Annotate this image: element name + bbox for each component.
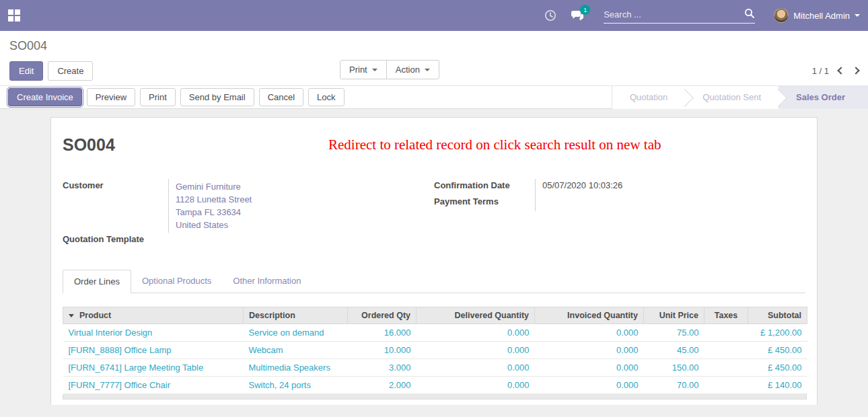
action-dropdown-label: Action [396,65,420,75]
cell-unit-price[interactable]: 75.00 [644,324,704,342]
pager-next-button[interactable] [852,67,859,74]
global-search [604,8,755,24]
send-by-email-button[interactable]: Send by Email [180,88,254,106]
cell-invoiced-qty[interactable]: 0.000 [535,359,644,377]
table-header-row: Product Description Ordered Qty Delivere… [63,307,807,324]
payment-terms-label: Payment Terms [434,195,535,211]
cell-delivered-qty[interactable]: 0.000 [417,359,535,377]
table-row[interactable]: [FURN_6741] Large Meeting Table Multimed… [63,359,807,377]
cell-taxes[interactable] [704,377,748,394]
top-navbar: 1 Mitchell Admin [0,0,868,31]
cell-ordered-qty[interactable]: 16.000 [348,324,417,342]
column-product[interactable]: Product [63,307,244,324]
notebook-tabs: Order Lines Optional Products Other Info… [63,269,805,293]
table-row[interactable]: [FURN_7777] Office Chair Switch, 24 port… [63,377,807,394]
state-sales-order[interactable]: Sales Order [779,86,868,109]
edit-button[interactable]: Edit [9,61,43,81]
create-button[interactable]: Create [48,61,93,81]
column-product-label: Product [79,311,111,320]
state-quotation[interactable]: Quotation [612,86,685,109]
cell-product[interactable]: [FURN_6741] Large Meeting Table [63,359,244,377]
customer-street[interactable]: 1128 Lunetta Street [176,193,434,206]
cell-delivered-qty[interactable]: 0.000 [417,324,535,342]
cell-taxes[interactable] [704,324,748,342]
tab-other-information[interactable]: Other Information [222,270,312,293]
state-quotation-sent[interactable]: Quotation Sent [685,86,779,109]
cell-description[interactable]: Switch, 24 ports [244,377,348,394]
cell-ordered-qty[interactable]: 10.000 [348,342,417,359]
payment-terms-value [535,195,805,211]
cell-subtotal[interactable]: £ 1,200.00 [748,324,807,342]
pager-value: 1 / 1 [812,66,829,76]
quotation-template-value [168,233,434,249]
cell-subtotal[interactable]: £ 450.00 [748,359,807,377]
confirmation-date-value: 05/07/2020 10:03:26 [535,179,805,195]
search-icon[interactable] [744,8,755,21]
cell-description[interactable]: Service on demand [244,324,348,342]
column-invoiced-quantity[interactable]: Invoiced Quantity [535,307,644,324]
cell-ordered-qty[interactable]: 2.000 [348,377,417,394]
print-button[interactable]: Print [140,88,176,106]
statusbar: Create Invoice Preview Print Send by Ema… [0,86,868,109]
cell-invoiced-qty[interactable]: 0.000 [535,342,644,359]
cell-invoiced-qty[interactable]: 0.000 [535,377,644,394]
cell-subtotal[interactable]: £ 450.00 [748,342,807,359]
table-row[interactable]: [FURN_8888] Office Lamp Webcam 10.000 0.… [63,342,807,359]
cell-product[interactable]: [FURN_8888] Office Lamp [63,342,244,359]
customer-label: Customer [63,179,168,233]
cell-product[interactable]: [FURN_7777] Office Chair [63,377,244,394]
column-description[interactable]: Description [244,307,348,324]
lock-button[interactable]: Lock [308,88,344,106]
cell-taxes[interactable] [704,359,748,377]
table-row[interactable]: Virtual Interior Design Service on deman… [63,324,807,342]
cell-delivered-qty[interactable]: 0.000 [417,342,535,359]
messages-icon[interactable]: 1 [570,8,585,23]
customer-city[interactable]: Tampa FL 33634 [176,206,434,219]
customer-name-link[interactable]: Gemini Furniture [176,180,434,193]
column-ordered-qty[interactable]: Ordered Qty [348,307,417,324]
chevron-down-icon [855,14,860,17]
user-menu[interactable]: Mitchell Admin [774,8,860,23]
control-panel: SO004 Edit Create Print Action 1 / 1 [0,31,868,86]
cancel-button[interactable]: Cancel [259,88,303,106]
order-lines-table: Product Description Ordered Qty Delivere… [63,307,807,394]
cell-unit-price[interactable]: 70.00 [644,377,704,394]
search-input[interactable] [604,9,744,20]
cell-delivered-qty[interactable]: 0.000 [417,377,535,394]
breadcrumb: SO004 [9,39,47,52]
chevron-down-icon [425,69,430,71]
tab-optional-products[interactable]: Optional Products [131,270,222,293]
chevron-down-icon [372,69,377,71]
confirmation-date-label: Confirmation Date [434,179,535,195]
column-taxes[interactable]: Taxes [704,307,748,324]
tab-order-lines[interactable]: Order Lines [63,270,131,293]
cell-taxes[interactable] [704,342,748,359]
cell-unit-price[interactable]: 45.00 [644,342,704,359]
cell-ordered-qty[interactable]: 3.000 [348,359,417,377]
cell-unit-price[interactable]: 150.00 [644,359,704,377]
cell-subtotal[interactable]: £ 140.00 [748,377,807,394]
avatar [774,8,789,23]
cell-description[interactable]: Multimedia Speakers [244,359,348,377]
column-subtotal[interactable]: Subtotal [748,307,807,324]
print-dropdown-label: Print [349,65,367,75]
cell-product[interactable]: Virtual Interior Design [63,324,244,342]
sort-caret-icon [69,314,74,317]
print-dropdown[interactable]: Print [340,60,387,79]
table-footer-strip [63,394,807,400]
form-view: SO004 Redirect to related record on clic… [0,109,868,405]
action-dropdown[interactable]: Action [386,60,439,79]
column-delivered-quantity[interactable]: Delivered Quantity [417,307,535,324]
pager-previous-button[interactable] [837,67,844,74]
column-unit-price[interactable]: Unit Price [644,307,704,324]
create-invoice-button[interactable]: Create Invoice [8,88,82,106]
apps-menu-icon[interactable] [8,9,20,22]
customer-country[interactable]: United States [176,219,434,231]
messages-count-badge: 1 [580,5,590,15]
state-pipeline: Quotation Quotation Sent Sales Order [612,86,868,109]
customer-value: Gemini Furniture 1128 Lunetta Street Tam… [168,179,434,233]
preview-button[interactable]: Preview [87,88,135,106]
cell-description[interactable]: Webcam [244,342,348,359]
cell-invoiced-qty[interactable]: 0.000 [535,324,644,342]
activities-clock-icon[interactable] [543,8,558,23]
